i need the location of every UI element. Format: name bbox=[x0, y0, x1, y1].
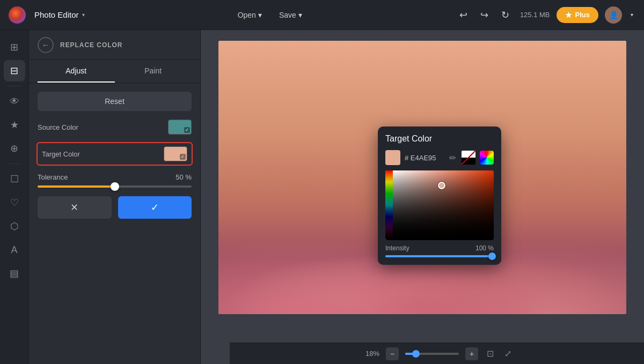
target-swatch-check-icon: ✓ bbox=[180, 154, 186, 160]
open-button[interactable]: Open ▾ bbox=[231, 8, 268, 23]
intensity-label: Intensity bbox=[385, 244, 409, 252]
toolbar-heart[interactable]: ♡ bbox=[4, 192, 25, 213]
gradient-toggle[interactable] bbox=[462, 151, 475, 165]
intensity-row: Intensity 100 % bbox=[385, 244, 494, 257]
redo-button[interactable]: ↪ bbox=[476, 7, 493, 23]
picker-cursor[interactable] bbox=[438, 182, 445, 189]
tolerance-row: Tolerance 50 % bbox=[38, 173, 192, 188]
picker-color-row: # E4AE95 ✏ bbox=[385, 150, 494, 165]
plus-button[interactable]: ★ Plus bbox=[557, 7, 598, 23]
source-color-swatch[interactable]: ✓ bbox=[168, 120, 192, 135]
action-row: ✕ ✓ bbox=[38, 196, 192, 219]
tab-row: Adjust Paint bbox=[29, 60, 200, 83]
undo-button[interactable]: ↩ bbox=[455, 7, 472, 23]
reset-button[interactable]: Reset bbox=[38, 92, 192, 111]
toolbar-adjust[interactable]: ⊟ bbox=[4, 60, 25, 81]
gradient-toggle-line bbox=[462, 151, 475, 165]
toolbar-text[interactable]: A bbox=[4, 239, 25, 261]
source-color-label: Source Color bbox=[38, 123, 78, 131]
tolerance-header: Tolerance 50 % bbox=[38, 173, 192, 181]
zoom-percent: 18% bbox=[360, 350, 379, 358]
plus-label: Plus bbox=[575, 11, 590, 19]
rainbow-button[interactable] bbox=[480, 151, 494, 165]
target-color-swatch[interactable]: ✓ bbox=[164, 146, 187, 161]
bottombar: 18% − + ⊡ ⤢ bbox=[230, 343, 644, 364]
tolerance-slider[interactable] bbox=[38, 185, 192, 188]
canvas-area: · · · · · · · · · · · · · · · · · · · · … bbox=[201, 30, 644, 364]
tolerance-value: 50 % bbox=[175, 173, 192, 181]
gradient-picker[interactable] bbox=[385, 170, 494, 240]
zoom-slider[interactable] bbox=[405, 353, 459, 355]
tab-paint[interactable]: Paint bbox=[115, 60, 192, 83]
app-title-button[interactable]: Photo Editor ▾ bbox=[34, 10, 85, 19]
picker-main-gradient[interactable] bbox=[393, 170, 494, 240]
eyedropper-icon: ✏ bbox=[449, 153, 456, 162]
intensity-header: Intensity 100 % bbox=[385, 244, 494, 252]
toolbar-crop[interactable]: ⊞ bbox=[4, 36, 25, 58]
tolerance-fill bbox=[38, 185, 115, 188]
fit-view-button[interactable]: ⊡ bbox=[485, 346, 496, 361]
iconbar: ⊞ ⊟ 👁 ★ ⊕ ☐ ♡ ⬡ A ▤ bbox=[0, 30, 29, 364]
toolbar-paint[interactable]: ▤ bbox=[4, 263, 25, 284]
tolerance-thumb[interactable] bbox=[111, 182, 119, 191]
source-color-row: Source Color ✓ bbox=[38, 120, 192, 135]
target-color-row[interactable]: Target Color ✓ bbox=[36, 142, 193, 166]
app-title-text: Photo Editor bbox=[34, 10, 79, 19]
topbar-actions: ↩ ↪ ↻ 125.1 MB ★ Plus 👤 ▾ bbox=[455, 6, 635, 24]
separator-2 bbox=[7, 164, 22, 164]
panel-header: ← REPLACE COLOR bbox=[29, 30, 200, 60]
topbar: Photo Editor ▾ Open ▾ Save ▾ ↩ ↪ ↻ 125.1… bbox=[0, 0, 644, 30]
panel-content: Reset Source Color ✓ Target Color ✓ Tole… bbox=[29, 83, 200, 227]
color-picker-popup: Target Color # E4AE95 ✏ bbox=[378, 127, 501, 265]
swatch-check-icon: ✓ bbox=[184, 127, 190, 133]
cancel-button[interactable]: ✕ bbox=[38, 196, 112, 219]
topbar-center: Open ▾ Save ▾ bbox=[93, 8, 447, 23]
picker-hex-value[interactable]: # E4AE95 bbox=[405, 154, 444, 162]
panel: ← REPLACE COLOR Adjust Paint Reset Sourc… bbox=[29, 30, 201, 364]
picker-title: Target Color bbox=[385, 134, 494, 144]
intensity-slider[interactable] bbox=[385, 255, 494, 257]
picker-swatch[interactable] bbox=[385, 150, 400, 165]
toolbar-rect[interactable]: ☐ bbox=[4, 168, 25, 190]
save-button[interactable]: Save ▾ bbox=[273, 8, 309, 23]
plus-star-icon: ★ bbox=[565, 11, 572, 19]
toolbar-star[interactable]: ★ bbox=[4, 114, 25, 136]
back-button[interactable]: ← bbox=[38, 37, 54, 53]
target-color-label: Target Color bbox=[42, 150, 80, 158]
storage-text: 125.1 MB bbox=[520, 11, 550, 19]
intensity-thumb[interactable] bbox=[488, 252, 496, 260]
confirm-button[interactable]: ✓ bbox=[118, 196, 192, 219]
panel-title: REPLACE COLOR bbox=[60, 41, 122, 49]
toolbar-view[interactable]: 👁 bbox=[4, 91, 25, 112]
zoom-thumb[interactable] bbox=[412, 350, 420, 358]
tab-adjust[interactable]: Adjust bbox=[38, 60, 115, 83]
eyedropper-button[interactable]: ✏ bbox=[448, 152, 457, 164]
avatar-chevron[interactable]: ▾ bbox=[628, 11, 635, 19]
app-title-chevron: ▾ bbox=[82, 12, 85, 18]
repeat-button[interactable]: ↻ bbox=[497, 7, 514, 23]
app-logo bbox=[9, 6, 26, 24]
expand-view-button[interactable]: ⤢ bbox=[502, 346, 514, 361]
intensity-fill bbox=[385, 255, 494, 257]
undo-redo-group: ↩ ↪ ↻ bbox=[455, 7, 514, 23]
hue-strip[interactable] bbox=[385, 170, 393, 240]
main-layout: ⊞ ⊟ 👁 ★ ⊕ ☐ ♡ ⬡ A ▤ ← REPLACE COLOR Adju… bbox=[0, 30, 644, 364]
tolerance-label: Tolerance bbox=[38, 173, 68, 181]
zoom-plus-button[interactable]: + bbox=[465, 347, 478, 360]
separator bbox=[7, 86, 22, 86]
intensity-value: 100 % bbox=[475, 244, 494, 252]
toolbar-plus[interactable]: ⊕ bbox=[4, 138, 25, 159]
toolbar-shape[interactable]: ⬡ bbox=[4, 216, 25, 237]
zoom-minus-button[interactable]: − bbox=[386, 347, 399, 360]
avatar[interactable]: 👤 bbox=[605, 6, 622, 24]
